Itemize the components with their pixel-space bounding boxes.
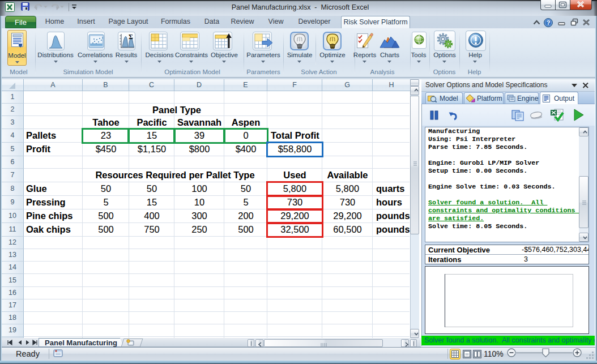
svg-text:Σ: Σ [129, 33, 133, 41]
svg-text:?: ? [547, 19, 551, 26]
